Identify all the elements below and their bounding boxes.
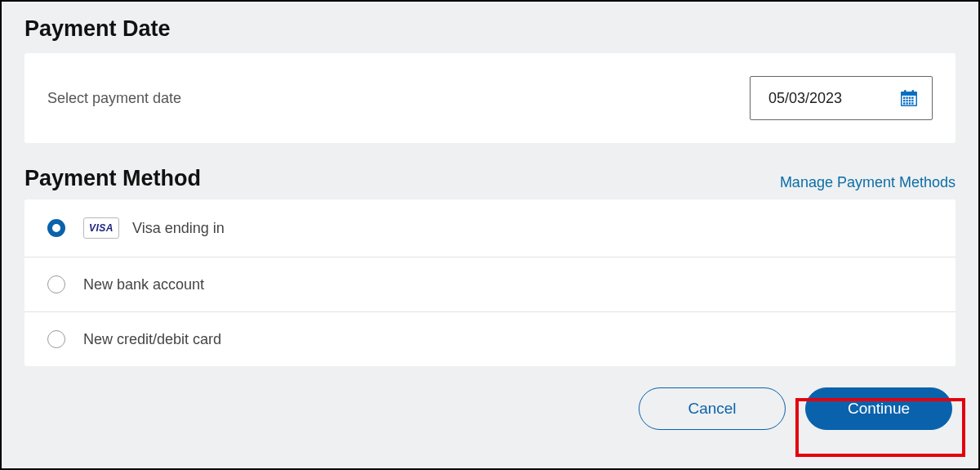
- svg-rect-7: [911, 97, 913, 99]
- svg-rect-4: [903, 97, 905, 99]
- svg-rect-14: [909, 102, 911, 104]
- payment-method-option-label: Visa ending in: [132, 220, 225, 237]
- payment-date-label: Select payment date: [47, 90, 181, 107]
- payment-method-list: VISA Visa ending in New bank account New…: [24, 199, 956, 366]
- svg-rect-5: [906, 97, 907, 99]
- svg-rect-3: [912, 90, 915, 94]
- payment-date-heading: Payment Date: [24, 16, 956, 42]
- payment-date-value: 05/03/2023: [768, 90, 842, 107]
- radio-selected-icon[interactable]: [47, 219, 65, 237]
- svg-rect-13: [906, 102, 907, 104]
- visa-card-icon: VISA: [83, 217, 119, 239]
- svg-rect-15: [911, 102, 913, 104]
- svg-rect-11: [911, 100, 913, 101]
- calendar-icon[interactable]: [899, 88, 919, 108]
- payment-method-option-new-bank[interactable]: New bank account: [24, 257, 956, 312]
- action-buttons: Cancel Continue: [24, 387, 956, 430]
- payment-method-option-label: New bank account: [83, 276, 204, 293]
- manage-payment-methods-link[interactable]: Manage Payment Methods: [780, 174, 956, 191]
- payment-form-panel: Payment Date Select payment date 05/03/2…: [0, 0, 980, 470]
- svg-rect-2: [904, 90, 906, 94]
- svg-rect-12: [903, 102, 905, 104]
- svg-rect-6: [909, 97, 911, 99]
- svg-rect-8: [903, 100, 905, 101]
- payment-method-option-visa[interactable]: VISA Visa ending in: [24, 199, 956, 257]
- payment-date-input[interactable]: 05/03/2023: [750, 76, 933, 120]
- payment-method-header: Payment Method Manage Payment Methods: [24, 166, 956, 191]
- cancel-button[interactable]: Cancel: [639, 387, 786, 430]
- payment-method-heading: Payment Method: [24, 166, 201, 191]
- payment-method-option-new-card[interactable]: New credit/debit card: [24, 312, 956, 366]
- svg-rect-10: [909, 100, 911, 101]
- svg-rect-9: [906, 100, 907, 101]
- radio-unselected-icon[interactable]: [47, 330, 65, 348]
- continue-button[interactable]: Continue: [805, 387, 952, 430]
- radio-unselected-icon[interactable]: [47, 275, 65, 293]
- payment-date-card: Select payment date 05/03/2023: [24, 53, 956, 143]
- payment-method-option-label: New credit/debit card: [83, 331, 221, 348]
